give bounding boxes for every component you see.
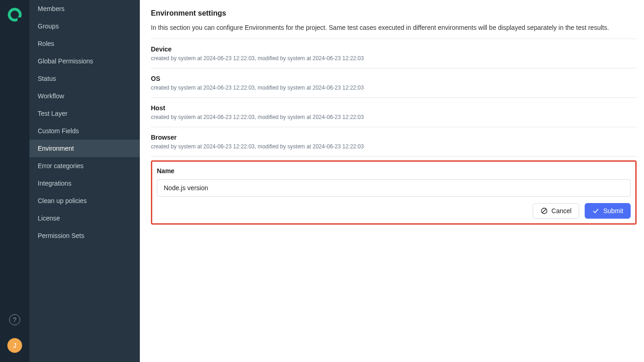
cancel-label: Cancel [552,207,572,215]
environment-meta: created by system at 2024-06-23 12:22:03… [151,114,637,120]
page-description: In this section you can configure Enviro… [151,24,637,31]
environment-row[interactable]: Device created by system at 2024-06-23 1… [151,39,637,68]
sidebar-item-label: Members [38,5,64,12]
cancel-icon [540,207,548,215]
sidebar-item-label: Global Permissions [38,57,93,65]
sidebar-item-label: Permission Sets [38,232,84,239]
sidebar-item-error-categories[interactable]: Error categories [29,157,140,175]
sidebar-item-integrations[interactable]: Integrations [29,175,140,192]
submit-label: Submit [603,207,623,215]
name-label: Name [157,167,631,175]
main-content: Environment settings In this section you… [140,0,644,362]
user-avatar[interactable]: J [7,338,22,353]
sidebar-item-groups[interactable]: Groups [29,17,140,35]
environment-meta: created by system at 2024-06-23 12:22:03… [151,55,637,62]
check-icon [592,207,599,215]
name-input[interactable] [157,179,631,197]
nav-rail: ? J [0,0,29,362]
form-actions: Cancel Submit [157,203,631,219]
sidebar-item-label: Custom Fields [38,127,79,135]
environment-meta: created by system at 2024-06-23 12:22:03… [151,85,637,91]
sidebar-item-label: License [38,215,60,222]
sidebar-item-label: Workflow [38,92,64,100]
environment-name: OS [151,75,637,82]
sidebar-item-label: Status [38,75,56,82]
environment-list: Device created by system at 2024-06-23 1… [151,39,637,157]
sidebar: Members Groups Roles Global Permissions … [29,0,140,362]
sidebar-item-roles[interactable]: Roles [29,35,140,52]
new-environment-form: Name Cancel Submit [151,160,637,225]
sidebar-item-label: Roles [38,40,54,47]
sidebar-item-label: Groups [38,23,59,30]
sidebar-item-status[interactable]: Status [29,70,140,87]
sidebar-item-label: Error categories [38,162,84,170]
environment-row[interactable]: Browser created by system at 2024-06-23 … [151,127,637,157]
sidebar-item-custom-fields[interactable]: Custom Fields [29,122,140,140]
sidebar-item-permission-sets[interactable]: Permission Sets [29,227,140,244]
environment-row[interactable]: Host created by system at 2024-06-23 12:… [151,98,637,127]
sidebar-item-test-layer[interactable]: Test Layer [29,105,140,122]
sidebar-item-environment[interactable]: Environment [29,140,140,157]
environment-name: Host [151,104,637,112]
sidebar-item-members[interactable]: Members [29,0,140,17]
environment-meta: created by system at 2024-06-23 12:22:03… [151,143,637,150]
sidebar-item-workflow[interactable]: Workflow [29,87,140,105]
sidebar-item-label: Clean up policies [38,197,87,204]
environment-row[interactable]: OS created by system at 2024-06-23 12:22… [151,68,637,98]
sidebar-item-clean-up-policies[interactable]: Clean up policies [29,192,140,209]
cancel-button[interactable]: Cancel [533,203,580,219]
environment-name: Browser [151,134,637,141]
sidebar-item-global-permissions[interactable]: Global Permissions [29,52,140,70]
svg-rect-1 [17,17,22,22]
sidebar-item-license[interactable]: License [29,209,140,227]
environment-name: Device [151,45,637,53]
svg-line-3 [542,209,546,213]
page-title: Environment settings [151,9,637,17]
sidebar-item-label: Environment [38,145,74,152]
sidebar-item-label: Integrations [38,180,71,187]
help-icon[interactable]: ? [9,314,20,325]
submit-button[interactable]: Submit [585,203,631,219]
app-logo[interactable] [7,7,22,22]
sidebar-item-label: Test Layer [38,110,68,117]
